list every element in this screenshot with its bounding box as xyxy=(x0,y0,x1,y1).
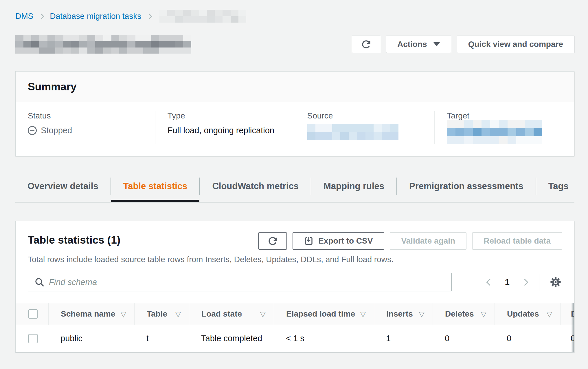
tab-table-statistics[interactable]: Table statistics xyxy=(111,178,200,195)
tab-premigration-assessments[interactable]: Premigration assessments xyxy=(396,178,536,195)
target-value-redacted xyxy=(447,120,542,144)
summary-header: Summary xyxy=(16,72,574,102)
column-header-load-state[interactable]: Load state▽ xyxy=(189,303,274,325)
breadcrumb-link-tasks[interactable]: Database migration tasks xyxy=(50,12,141,21)
cell-load-state: Table completed xyxy=(189,325,274,352)
validate-again-button[interactable]: Validate again xyxy=(390,232,466,250)
page-title-redacted xyxy=(15,35,191,54)
sort-filter-icon[interactable]: ▽ xyxy=(121,310,126,318)
caret-down-icon xyxy=(433,42,440,46)
tab-mapping-rules[interactable]: Mapping rules xyxy=(311,178,396,195)
tab-bar: Overview details Table statistics CloudW… xyxy=(15,176,574,202)
table-refresh-button[interactable] xyxy=(258,232,287,250)
breadcrumb-link-dms[interactable]: DMS xyxy=(15,12,33,21)
column-header-schema-name[interactable]: Schema name▽ xyxy=(48,303,134,325)
actions-label: Actions xyxy=(397,40,427,49)
table-tools: 1 xyxy=(16,264,574,303)
page-header: Actions Quick view and compare xyxy=(15,35,574,53)
search-icon xyxy=(34,277,45,288)
summary-field-status: Status Stopped xyxy=(16,111,155,144)
sort-filter-icon[interactable]: ▽ xyxy=(481,310,486,318)
dms-task-page: DMS Database migration tasks Actions Qui… xyxy=(0,0,588,352)
tab-tags[interactable]: Tags xyxy=(536,178,581,195)
column-header-table[interactable]: Table▽ xyxy=(134,303,189,325)
cell-deletes: 0 xyxy=(433,325,495,352)
breadcrumb: DMS Database migration tasks xyxy=(15,10,574,23)
status-badge: Stopped xyxy=(28,126,146,135)
header-actions: Actions Quick view and compare xyxy=(352,36,574,53)
column-header-deletes[interactable]: Deletes▽ xyxy=(433,303,495,325)
cell-updates: 0 xyxy=(495,325,560,352)
table-header-row: Schema name▽ Table▽ Load state▽ Elapsed … xyxy=(16,303,574,325)
cell-elapsed-load-time: < 1 s xyxy=(274,325,374,352)
divider xyxy=(539,274,539,291)
table-statistics-description: Total rows include loaded source table r… xyxy=(16,250,574,264)
table-statistics-header: Table statistics (1) Export to CSV xyxy=(16,221,574,250)
statistics-table: Schema name▽ Table▽ Load state▽ Elapsed … xyxy=(16,303,574,352)
cell-schema-name: public xyxy=(48,325,134,352)
actions-menu-button[interactable]: Actions xyxy=(386,36,451,53)
sort-filter-icon[interactable]: ▽ xyxy=(175,310,181,318)
quick-view-compare-button[interactable]: Quick view and compare xyxy=(457,36,574,53)
table-row: public t Table completed < 1 s 1 0 0 0 xyxy=(16,325,574,352)
column-header-ddls[interactable]: DDLs xyxy=(560,303,574,325)
column-header-elapsed-load-time[interactable]: Elapsed load time▽ xyxy=(274,303,374,325)
export-to-csv-button[interactable]: Export to CSV xyxy=(293,232,384,250)
tab-overview-details[interactable]: Overview details xyxy=(15,178,111,195)
select-all-checkbox[interactable] xyxy=(28,309,38,319)
search-input[interactable] xyxy=(28,273,452,291)
table-statistics-title: Table statistics (1) xyxy=(28,232,120,246)
cell-inserts: 1 xyxy=(374,325,433,352)
breadcrumb-current-redacted xyxy=(159,10,246,23)
next-page-button[interactable] xyxy=(521,279,528,286)
sort-filter-icon[interactable]: ▽ xyxy=(360,310,366,318)
refresh-icon xyxy=(267,236,278,246)
chevron-right-icon xyxy=(39,14,44,19)
pagination: 1 xyxy=(487,277,527,287)
source-value-redacted xyxy=(307,124,399,140)
chevron-right-icon xyxy=(147,14,152,19)
summary-field-source: Source xyxy=(295,111,435,144)
table-preferences-button[interactable] xyxy=(549,276,562,288)
download-icon xyxy=(304,236,314,246)
summary-title: Summary xyxy=(28,81,562,93)
summary-body: Status Stopped Type Full load, ongoing r… xyxy=(16,102,574,156)
cell-ddls: 0 xyxy=(560,325,574,352)
sort-filter-icon[interactable]: ▽ xyxy=(260,310,266,318)
summary-card: Summary Status Stopped Type Full load, o… xyxy=(15,71,574,156)
schema-search xyxy=(28,273,452,291)
reload-table-data-button[interactable]: Reload table data xyxy=(472,232,562,250)
cell-table: t xyxy=(134,325,189,352)
column-header-inserts[interactable]: Inserts▽ xyxy=(374,303,433,325)
table-actions: Export to CSV Validate again Reload tabl… xyxy=(258,232,562,250)
previous-page-button[interactable] xyxy=(486,279,493,286)
summary-field-type: Type Full load, ongoing replication xyxy=(155,111,295,144)
tab-cloudwatch-metrics[interactable]: CloudWatch metrics xyxy=(199,178,311,195)
gear-icon xyxy=(549,276,562,288)
summary-field-target: Target xyxy=(434,111,574,144)
sort-filter-icon[interactable]: ▽ xyxy=(547,310,552,318)
refresh-icon xyxy=(361,39,371,50)
row-checkbox[interactable] xyxy=(28,334,38,343)
current-page-number: 1 xyxy=(505,277,510,287)
sort-filter-icon[interactable]: ▽ xyxy=(419,310,425,318)
stopped-status-icon xyxy=(28,126,37,135)
table-statistics-card: Table statistics (1) Export to CSV xyxy=(15,221,574,352)
refresh-button[interactable] xyxy=(352,36,380,53)
column-header-updates[interactable]: Updates▽ xyxy=(495,303,560,325)
